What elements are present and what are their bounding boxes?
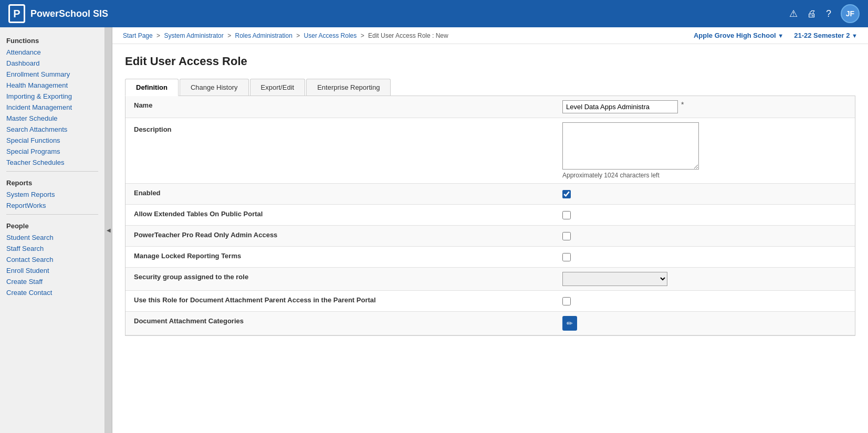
- sidebar-item-attendance[interactable]: Attendance: [0, 47, 104, 58]
- tab-enterprise-reporting[interactable]: Enterprise Reporting: [306, 79, 391, 96]
- form-row-manage-locked: Manage Locked Reporting Terms: [126, 247, 855, 268]
- sidebar-item-reportworks[interactable]: ReportWorks: [0, 200, 104, 211]
- sidebar-item-importing-exporting[interactable]: Importing & Exporting: [0, 91, 104, 102]
- doc-attachment-cat-label: Document Attachment Categories: [126, 312, 556, 330]
- form-area: Name * Description Approximately 1024 ch…: [125, 96, 855, 336]
- breadcrumb-roles-admin[interactable]: Roles Administration: [235, 32, 292, 39]
- school-chevron-icon: ▼: [778, 33, 783, 39]
- doc-attachment-cat-control: ✏: [556, 312, 855, 335]
- sidebar-item-staff-search[interactable]: Staff Search: [0, 243, 104, 254]
- form-row-allow-extended: Allow Extended Tables On Public Portal: [126, 205, 855, 226]
- sidebar-item-dashboard[interactable]: Dashboard: [0, 58, 104, 69]
- name-control: *: [556, 96, 855, 118]
- breadcrumb-bar: Start Page > System Administrator > Role…: [112, 27, 868, 44]
- powerteacher-checkbox[interactable]: [562, 232, 571, 240]
- enabled-control: [556, 186, 855, 203]
- sidebar: Functions Attendance Dashboard Enrollmen…: [0, 27, 105, 433]
- security-group-control: [556, 268, 855, 290]
- user-avatar[interactable]: JF: [841, 4, 860, 23]
- logo-icon: P: [8, 4, 25, 23]
- form-row-doc-attachment-cat: Document Attachment Categories ✏: [126, 312, 855, 335]
- form-row-description: Description Approximately 1024 character…: [126, 118, 855, 184]
- required-star: *: [681, 100, 684, 109]
- doc-attachment-parent-control: [556, 293, 855, 310]
- form-row-name: Name *: [126, 96, 855, 118]
- manage-locked-label: Manage Locked Reporting Terms: [126, 247, 556, 265]
- powerteacher-label: PowerTeacher Pro Read Only Admin Access: [126, 226, 556, 244]
- tab-bar: Definition Change History Export/Edit En…: [125, 79, 855, 96]
- security-group-select[interactable]: [562, 272, 667, 286]
- sidebar-item-special-functions[interactable]: Special Functions: [0, 135, 104, 146]
- sidebar-item-incident-management[interactable]: Incident Management: [0, 102, 104, 113]
- breadcrumb-system-admin[interactable]: System Administrator: [164, 32, 223, 39]
- powerteacher-control: [556, 228, 855, 245]
- allow-extended-label: Allow Extended Tables On Public Portal: [126, 205, 556, 223]
- reports-section-title: Reports: [0, 175, 104, 189]
- form-row-doc-attachment-parent: Use this Role for Document Attachment Pa…: [126, 291, 855, 312]
- description-inner: Approximately 1024 characters left: [562, 122, 699, 179]
- sidebar-item-system-reports[interactable]: System Reports: [0, 189, 104, 200]
- breadcrumb-user-access-roles[interactable]: User Access Roles: [304, 32, 357, 39]
- enabled-checkbox[interactable]: [562, 190, 571, 198]
- warning-icon[interactable]: ⚠: [789, 8, 798, 19]
- sidebar-item-teacher-schedules[interactable]: Teacher Schedules: [0, 157, 104, 168]
- content-area: Start Page > System Administrator > Role…: [112, 27, 868, 433]
- form-row-powerteacher: PowerTeacher Pro Read Only Admin Access: [126, 226, 855, 247]
- people-section-title: People: [0, 218, 104, 232]
- sidebar-item-create-staff[interactable]: Create Staff: [0, 276, 104, 287]
- semester-chevron-icon: ▼: [852, 33, 857, 39]
- tab-export-edit[interactable]: Export/Edit: [250, 79, 306, 96]
- tab-definition[interactable]: Definition: [125, 79, 179, 96]
- breadcrumb-start-page[interactable]: Start Page: [123, 32, 153, 39]
- form-row-security-group: Security group assigned to the role: [126, 268, 855, 291]
- help-icon[interactable]: ?: [826, 8, 831, 19]
- breadcrumb: Start Page > System Administrator > Role…: [123, 32, 448, 39]
- sidebar-item-enroll-student[interactable]: Enroll Student: [0, 265, 104, 276]
- logo-area: P PowerSchool SIS: [8, 4, 789, 23]
- sidebar-divider-1: [6, 171, 98, 172]
- enabled-label: Enabled: [126, 184, 556, 202]
- top-navigation: P PowerSchool SIS ⚠ 🖨 ? JF: [0, 0, 868, 27]
- description-textarea[interactable]: [562, 122, 699, 170]
- doc-attachment-parent-checkbox[interactable]: [562, 297, 571, 305]
- doc-attachment-parent-label: Use this Role for Document Attachment Pa…: [126, 291, 556, 309]
- char-count: Approximately 1024 characters left: [562, 172, 699, 179]
- page-title: Edit User Access Role: [125, 55, 855, 68]
- functions-section-title: Functions: [0, 33, 104, 47]
- doc-attachment-cat-button[interactable]: ✏: [562, 316, 577, 331]
- sidebar-item-special-programs[interactable]: Special Programs: [0, 146, 104, 157]
- print-icon[interactable]: 🖨: [807, 8, 817, 19]
- description-label: Description: [126, 118, 556, 139]
- name-input[interactable]: [562, 100, 678, 113]
- sidebar-item-search-attachments[interactable]: Search Attachments: [0, 124, 104, 135]
- app-name: PowerSchool SIS: [30, 8, 108, 19]
- sidebar-item-student-search[interactable]: Student Search: [0, 232, 104, 243]
- school-name[interactable]: Apple Grove High School ▼: [694, 31, 783, 39]
- description-control: Approximately 1024 characters left: [556, 118, 855, 183]
- form-row-enabled: Enabled: [126, 184, 855, 205]
- top-nav-icons: ⚠ 🖨 ? JF: [789, 4, 860, 23]
- sidebar-item-contact-search[interactable]: Contact Search: [0, 254, 104, 265]
- sidebar-divider-2: [6, 214, 98, 215]
- sidebar-collapse-button[interactable]: ◀: [105, 27, 112, 433]
- page-content: Edit User Access Role Definition Change …: [112, 44, 868, 433]
- sidebar-item-health-management[interactable]: Health Management: [0, 80, 104, 91]
- tab-change-history[interactable]: Change History: [180, 79, 249, 96]
- semester-selector[interactable]: 21-22 Semester 2 ▼: [794, 31, 857, 39]
- security-group-label: Security group assigned to the role: [126, 268, 556, 286]
- manage-locked-control: [556, 249, 855, 266]
- name-label: Name: [126, 96, 556, 114]
- allow-extended-checkbox[interactable]: [562, 211, 571, 219]
- sidebar-item-enrollment-summary[interactable]: Enrollment Summary: [0, 69, 104, 80]
- sidebar-item-create-contact[interactable]: Create Contact: [0, 287, 104, 298]
- manage-locked-checkbox[interactable]: [562, 253, 571, 261]
- allow-extended-control: [556, 207, 855, 224]
- breadcrumb-right: Apple Grove High School ▼ 21-22 Semester…: [694, 31, 857, 39]
- breadcrumb-current: Edit User Access Role : New: [368, 32, 448, 39]
- sidebar-item-master-schedule[interactable]: Master Schedule: [0, 113, 104, 124]
